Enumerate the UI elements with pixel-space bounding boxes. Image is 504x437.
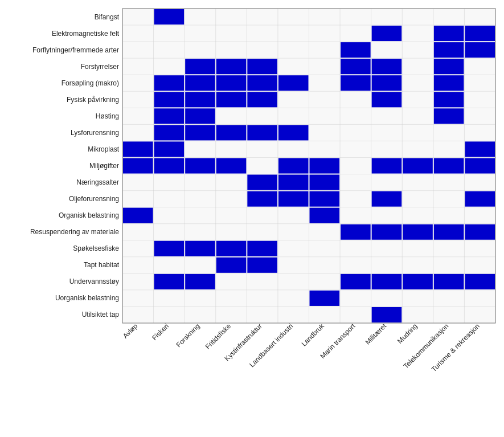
svg-text:Elektromagnetiske felt: Elektromagnetiske felt <box>52 30 120 38</box>
svg-rect-45 <box>216 92 247 107</box>
svg-rect-43 <box>154 92 185 107</box>
svg-rect-51 <box>216 125 247 140</box>
svg-rect-94 <box>434 26 464 41</box>
svg-rect-69 <box>310 191 340 207</box>
svg-rect-47 <box>154 108 185 124</box>
svg-rect-61 <box>310 158 340 173</box>
svg-rect-108 <box>465 141 495 157</box>
svg-rect-111 <box>465 191 495 207</box>
svg-text:Tapt habitat: Tapt habitat <box>84 261 120 269</box>
svg-rect-53 <box>278 125 309 140</box>
svg-rect-65 <box>278 175 309 190</box>
svg-rect-109 <box>434 158 464 173</box>
svg-rect-93 <box>372 26 402 41</box>
svg-rect-97 <box>434 42 464 58</box>
svg-text:Organisk belastning: Organisk belastning <box>59 211 119 219</box>
svg-rect-54 <box>123 141 153 157</box>
svg-rect-90 <box>465 274 495 289</box>
svg-rect-37 <box>247 59 277 74</box>
svg-rect-91 <box>310 291 340 306</box>
svg-rect-62 <box>372 158 402 173</box>
svg-text:Forstyrrelser: Forstyrrelser <box>81 63 119 71</box>
svg-rect-88 <box>403 274 433 289</box>
svg-text:Miljøgifter: Miljøgifter <box>89 162 119 170</box>
svg-rect-92 <box>372 307 402 322</box>
svg-text:Bifangst: Bifangst <box>95 13 120 21</box>
svg-rect-58 <box>185 158 215 173</box>
svg-text:Undervannsstøy: Undervannsstøy <box>69 277 119 285</box>
svg-rect-104 <box>434 75 464 91</box>
svg-rect-49 <box>154 125 185 140</box>
heatmap-svg: BifangstElektromagnetiske feltForflytnin… <box>0 0 504 437</box>
svg-rect-63 <box>403 158 433 173</box>
svg-rect-74 <box>372 224 402 240</box>
svg-rect-77 <box>465 224 495 240</box>
svg-rect-71 <box>123 208 153 223</box>
svg-rect-103 <box>372 75 402 91</box>
svg-rect-79 <box>185 241 215 256</box>
svg-rect-66 <box>310 175 340 190</box>
svg-rect-83 <box>247 258 277 273</box>
svg-rect-41 <box>247 75 277 91</box>
svg-rect-82 <box>216 258 247 273</box>
svg-rect-56 <box>123 158 153 173</box>
svg-rect-73 <box>341 224 371 240</box>
svg-rect-46 <box>247 92 277 107</box>
svg-text:Resuspendering av materiale: Resuspendering av materiale <box>30 228 119 236</box>
svg-rect-81 <box>247 241 277 256</box>
svg-text:Høsting: Høsting <box>96 112 119 120</box>
svg-rect-36 <box>216 59 247 74</box>
chart-container: BifangstElektromagnetiske feltForflytnin… <box>0 0 504 437</box>
svg-rect-72 <box>310 208 340 223</box>
svg-text:Landbruk: Landbruk <box>300 322 326 348</box>
svg-rect-84 <box>154 274 185 289</box>
svg-rect-68 <box>278 191 309 207</box>
svg-rect-60 <box>278 158 309 173</box>
svg-rect-102 <box>341 75 371 91</box>
svg-rect-106 <box>434 92 464 107</box>
svg-text:Uorganisk belastning: Uorganisk belastning <box>55 294 119 302</box>
svg-rect-67 <box>247 191 277 207</box>
svg-rect-110 <box>465 158 495 173</box>
svg-text:Forflytninger/fremmede arter: Forflytninger/fremmede arter <box>32 46 119 54</box>
svg-rect-87 <box>372 274 402 289</box>
svg-text:Fiskeri: Fiskeri <box>150 322 170 342</box>
svg-rect-100 <box>372 59 402 74</box>
svg-rect-48 <box>185 108 215 124</box>
svg-rect-44 <box>185 92 215 107</box>
svg-rect-107 <box>434 108 464 124</box>
svg-text:Fysisk påvirkning: Fysisk påvirkning <box>67 96 119 104</box>
svg-rect-64 <box>247 175 277 190</box>
svg-text:Forsøpling (makro): Forsøpling (makro) <box>62 79 119 87</box>
svg-rect-35 <box>185 59 215 74</box>
svg-rect-38 <box>154 75 185 91</box>
svg-text:Forskning: Forskning <box>174 322 201 349</box>
svg-rect-55 <box>154 141 185 157</box>
svg-rect-40 <box>216 75 247 91</box>
svg-rect-101 <box>434 59 464 74</box>
svg-rect-42 <box>278 75 309 91</box>
svg-rect-76 <box>434 224 464 240</box>
svg-rect-98 <box>465 42 495 58</box>
svg-text:Næringssalter: Næringssalter <box>76 178 119 186</box>
svg-rect-86 <box>341 274 371 289</box>
svg-text:Militæret: Militæret <box>364 322 388 346</box>
svg-rect-39 <box>185 75 215 91</box>
svg-rect-80 <box>216 241 247 256</box>
svg-rect-70 <box>372 191 402 207</box>
svg-rect-59 <box>216 158 247 173</box>
svg-rect-78 <box>154 241 185 256</box>
svg-text:Fritidsfiske: Fritidsfiske <box>204 322 233 351</box>
svg-text:Spøkelsesfiske: Spøkelsesfiske <box>73 244 119 252</box>
svg-rect-52 <box>247 125 277 140</box>
svg-rect-34 <box>154 9 185 24</box>
svg-rect-99 <box>341 59 371 74</box>
svg-text:Mikroplast: Mikroplast <box>88 145 119 153</box>
svg-text:Oljeforurensning: Oljeforurensning <box>69 195 119 203</box>
svg-rect-50 <box>185 125 215 140</box>
svg-rect-95 <box>465 26 495 41</box>
svg-text:Lysforurensning: Lysforurensning <box>71 129 119 137</box>
svg-text:Mudring: Mudring <box>396 322 419 345</box>
svg-rect-75 <box>403 224 433 240</box>
svg-text:Avløp: Avløp <box>121 322 140 340</box>
